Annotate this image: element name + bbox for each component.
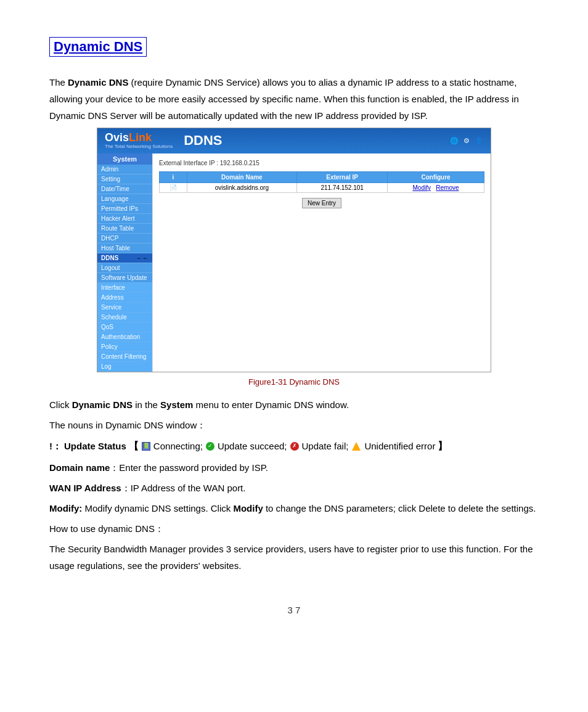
- unidentified-label: Unidentified error: [364, 438, 435, 456]
- modify-link[interactable]: Modify: [413, 184, 431, 191]
- bracket-open: 【: [129, 437, 139, 456]
- header-icons: 🌐 ⚙ 👤: [450, 137, 483, 145]
- status-bold: Update Status: [64, 438, 126, 456]
- click-instruction: Click Dynamic DNS in the System menu to …: [49, 396, 539, 413]
- security-text: The Security Bandwidth Manager provides …: [49, 541, 539, 574]
- modify-bold: Modify:: [49, 503, 82, 514]
- sidebar-item-datetime[interactable]: Date/Time: [97, 184, 152, 194]
- fail-icon: ✗: [290, 442, 299, 451]
- sidebar-item-permitted-ips[interactable]: Permitted IPs: [97, 204, 152, 214]
- sidebar-item-qos[interactable]: QoS: [97, 322, 152, 332]
- wan-ip-bold: WAN IP Address: [49, 483, 121, 493]
- domain-name-desc: ：Enter the password provided by ISP.: [110, 462, 268, 473]
- status-prefix: !：: [49, 438, 62, 456]
- globe-icon: 🌐: [450, 137, 459, 145]
- sidebar-item-route-table[interactable]: Route Table: [97, 224, 152, 234]
- person-icon: 👤: [475, 137, 483, 145]
- click-bold-ddns: Dynamic DNS: [72, 399, 133, 410]
- sidebar-item-admin[interactable]: Admin: [97, 165, 152, 174]
- settings-icon: ⚙: [463, 137, 470, 145]
- fail-label: Update fail;: [302, 438, 349, 456]
- sidebar-item-content-filtering[interactable]: Content Filtering: [97, 352, 152, 362]
- ovislink-logo: OvisLink The Total Networking Solutions: [105, 132, 173, 150]
- sidebar-item-software-update[interactable]: Software Update: [97, 273, 152, 283]
- warning-icon: [352, 442, 361, 451]
- intro-paragraph: The Dynamic DNS (require Dynamic DNS Ser…: [49, 74, 539, 124]
- sidebar-item-log[interactable]: Log: [97, 362, 152, 372]
- sidebar-item-language[interactable]: Language: [97, 194, 152, 204]
- ddns-label: DDNS: [101, 255, 118, 261]
- table-header-info: i: [160, 171, 187, 182]
- sidebar-item-address[interactable]: Address: [97, 293, 152, 303]
- logo-ovis: Ovis: [105, 131, 129, 144]
- sidebar-item-interface[interactable]: Interface: [97, 283, 152, 293]
- logo-tagline: The Total Networking Solutions: [105, 144, 173, 150]
- logo-text: OvisLink: [105, 132, 173, 144]
- table-row: 📄 ovislink.adsidns.org 211.74.152.101 Mo…: [160, 182, 484, 192]
- sidebar-section-header: System: [97, 153, 152, 165]
- table-header-configure: Configure: [388, 171, 484, 182]
- modify-desc1: Modify dynamic DNS settings. Click: [82, 503, 233, 514]
- table-cell-configure: Modify Remove: [388, 182, 484, 192]
- table-cell-ip: 211.74.152.101: [297, 182, 388, 192]
- sidebar: System Admin Setting Date/Time Language …: [97, 153, 153, 372]
- ddns-header-title: DDNS: [184, 133, 222, 149]
- page-number: 3 7: [288, 605, 301, 615]
- sidebar-item-dhcp[interactable]: DHCP: [97, 234, 152, 243]
- modify-text-bold: Modify: [233, 503, 263, 514]
- arrow-indicators: ←←: [136, 255, 149, 261]
- connecting-icon: 📗: [142, 442, 150, 451]
- sidebar-item-logout[interactable]: Logout: [97, 263, 152, 273]
- router-ui: OvisLink The Total Networking Solutions …: [97, 128, 491, 372]
- modify-desc2: to change the DNS parameters; click Dele…: [263, 503, 536, 514]
- nouns-text: The nouns in Dynamic DNS window：: [49, 417, 539, 433]
- sidebar-item-ddns[interactable]: DDNS ←←: [97, 253, 152, 263]
- page-footer: 3 7: [49, 605, 539, 615]
- success-icon: ✓: [206, 442, 214, 451]
- modify-text: Modify: Modify dynamic DNS settings. Cli…: [49, 500, 539, 517]
- table-header-domain: Domain Name: [187, 171, 297, 182]
- screenshot-container: OvisLink The Total Networking Solutions …: [49, 128, 539, 387]
- new-entry-button[interactable]: New Entry: [302, 198, 341, 208]
- intro-bold: Dynamic DNS: [68, 77, 128, 88]
- connecting-label: Connecting;: [153, 438, 203, 456]
- sidebar-item-service[interactable]: Service: [97, 303, 152, 313]
- ext-ip-label: External Interface IP : 192.168.0.215: [159, 160, 484, 166]
- success-label: Update succeed;: [218, 438, 287, 456]
- remove-link[interactable]: Remove: [436, 184, 459, 191]
- sidebar-item-schedule[interactable]: Schedule: [97, 313, 152, 322]
- status-line: !： Update Status 【 📗 Connecting; ✓ Updat…: [49, 437, 539, 456]
- page-title: Dynamic DNS: [49, 37, 147, 57]
- bracket-close: 】: [438, 437, 447, 456]
- click-bold-system: System: [160, 399, 193, 410]
- table-cell-icon: 📄: [160, 182, 187, 192]
- domain-name-text: Domain name：Enter the password provided …: [49, 459, 539, 476]
- router-body: System Admin Setting Date/Time Language …: [97, 153, 491, 372]
- figure-caption: Figure1-31 Dynamic DNS: [248, 377, 340, 387]
- sidebar-item-policy[interactable]: Policy: [97, 342, 152, 352]
- click-suffix: menu to enter Dynamic DNS window.: [193, 399, 349, 410]
- table-header-external-ip: External IP: [297, 171, 388, 182]
- sidebar-item-host-table[interactable]: Host Table: [97, 243, 152, 253]
- sidebar-item-authentication[interactable]: Authentication: [97, 332, 152, 342]
- dns-table: i Domain Name External IP Configure 📄 ov…: [159, 171, 484, 193]
- wan-ip-text: WAN IP Address：IP Address of the WAN por…: [49, 480, 539, 496]
- how-to-text: How to use dynamic DNS：: [49, 520, 539, 537]
- sidebar-item-setting[interactable]: Setting: [97, 174, 152, 184]
- router-header: OvisLink The Total Networking Solutions …: [97, 128, 491, 153]
- table-cell-domain: ovislink.adsidns.org: [187, 182, 297, 192]
- sidebar-item-hacker-alert[interactable]: Hacker Alert: [97, 214, 152, 224]
- domain-name-bold: Domain name: [49, 462, 110, 473]
- wan-ip-desc: ：IP Address of the WAN port.: [121, 483, 246, 493]
- logo-link: Link: [129, 131, 152, 144]
- main-content: External Interface IP : 192.168.0.215 i …: [153, 153, 491, 372]
